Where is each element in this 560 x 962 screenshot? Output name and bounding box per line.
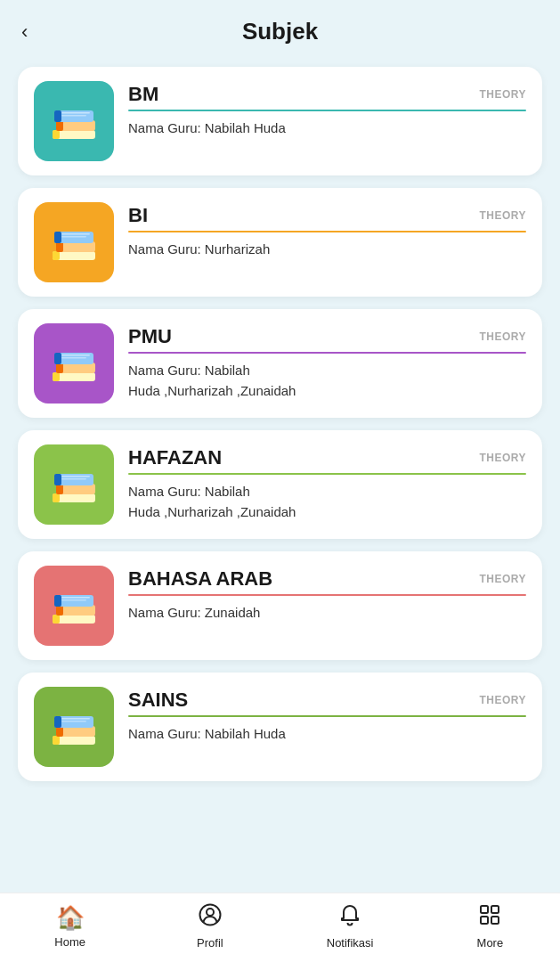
subject-name-row: BI THEORY xyxy=(128,204,526,227)
bottom-nav: 🏠 Home Profil Notifikasi xyxy=(0,893,560,962)
subject-name-bi: BI xyxy=(128,204,148,227)
subject-name-bahasa-arab: BAHASA ARAB xyxy=(128,567,272,591)
svg-rect-33 xyxy=(53,615,60,624)
svg-rect-38 xyxy=(61,597,90,599)
subject-divider-pmu xyxy=(128,352,526,354)
svg-rect-31 xyxy=(61,478,86,480)
subject-icon-sains xyxy=(34,687,114,767)
nav-profil[interactable]: Profil xyxy=(140,903,280,950)
subject-card-pmu[interactable]: PMU THEORY Nama Guru: NabilahHuda ,Nurha… xyxy=(18,309,542,418)
svg-rect-17 xyxy=(53,372,60,381)
svg-rect-9 xyxy=(53,251,60,260)
svg-rect-37 xyxy=(54,595,61,607)
teacher-name-sains: Nama Guru: Nabilah Huda xyxy=(128,724,526,745)
subject-card-hafazan[interactable]: HAFAZAN THEORY Nama Guru: NabilahHuda ,N… xyxy=(18,430,542,539)
svg-rect-23 xyxy=(61,357,86,359)
subject-icon-bi xyxy=(34,202,114,282)
svg-rect-21 xyxy=(54,353,61,364)
subject-divider-bi xyxy=(128,231,526,232)
theory-badge-bi: THEORY xyxy=(479,209,526,222)
subject-card-bm[interactable]: BM THEORY Nama Guru: Nabilah Huda xyxy=(18,67,542,175)
nav-more-label: More xyxy=(477,936,504,950)
svg-rect-25 xyxy=(53,493,60,502)
home-icon: 🏠 xyxy=(56,904,85,932)
subject-icon-pmu xyxy=(34,323,114,404)
theory-badge-bahasa-arab: THEORY xyxy=(479,573,526,585)
subject-icon-bahasa-arab xyxy=(34,566,114,646)
svg-rect-41 xyxy=(53,736,60,745)
subject-list: BM THEORY Nama Guru: Nabilah Huda BI xyxy=(0,60,560,893)
theory-badge-sains: THEORY xyxy=(479,694,526,706)
subject-icon-hafazan xyxy=(34,444,114,525)
svg-rect-53 xyxy=(491,917,499,924)
subject-info-sains: SAINS THEORY Nama Guru: Nabilah Huda xyxy=(128,687,526,745)
svg-rect-5 xyxy=(54,110,61,122)
teacher-name-bahasa-arab: Nama Guru: Zunaidah xyxy=(128,603,526,624)
notifikasi-icon xyxy=(338,903,361,933)
subject-name-row: PMU THEORY xyxy=(128,325,526,348)
page-title: Subjek xyxy=(242,18,318,45)
subject-name-row: HAFAZAN THEORY xyxy=(128,446,526,469)
nav-notifikasi[interactable]: Notifikasi xyxy=(280,903,420,950)
teacher-name-bi: Nama Guru: Nurharizah xyxy=(128,240,526,260)
teacher-name-bm: Nama Guru: Nabilah Huda xyxy=(128,118,526,139)
subject-divider-bm xyxy=(128,110,526,111)
svg-rect-29 xyxy=(54,474,61,485)
nav-profil-label: Profil xyxy=(197,936,223,950)
subject-card-bahasa-arab[interactable]: BAHASA ARAB THEORY Nama Guru: Zunaidah xyxy=(18,551,542,660)
header: ‹ Subjek xyxy=(0,0,560,60)
nav-notifikasi-label: Notifikasi xyxy=(327,936,374,950)
svg-rect-50 xyxy=(481,906,488,913)
svg-rect-47 xyxy=(61,721,86,722)
subject-info-bm: BM THEORY Nama Guru: Nabilah Huda xyxy=(128,81,526,139)
subject-icon-bm xyxy=(34,81,114,161)
svg-rect-14 xyxy=(61,233,90,235)
svg-rect-6 xyxy=(61,112,90,114)
subject-info-hafazan: HAFAZAN THEORY Nama Guru: NabilahHuda ,N… xyxy=(128,444,526,522)
svg-rect-13 xyxy=(54,232,61,243)
nav-home-label: Home xyxy=(54,935,85,949)
subject-name-sains: SAINS xyxy=(128,689,188,712)
back-button[interactable]: ‹ xyxy=(21,20,28,44)
subject-card-bi[interactable]: BI THEORY Nama Guru: Nurharizah xyxy=(18,188,542,297)
subject-name-hafazan: HAFAZAN xyxy=(128,446,222,469)
subject-divider-bahasa-arab xyxy=(128,594,526,596)
subject-card-sains[interactable]: SAINS THEORY Nama Guru: Nabilah Huda xyxy=(18,673,542,781)
theory-badge-hafazan: THEORY xyxy=(479,452,526,464)
svg-rect-46 xyxy=(61,718,90,720)
subject-name-bm: BM xyxy=(128,83,158,106)
nav-home[interactable]: 🏠 Home xyxy=(0,904,140,949)
theory-badge-pmu: THEORY xyxy=(479,330,526,343)
subject-divider-hafazan xyxy=(128,473,526,475)
subject-info-pmu: PMU THEORY Nama Guru: NabilahHuda ,Nurha… xyxy=(128,323,526,401)
svg-rect-15 xyxy=(61,236,86,238)
svg-rect-45 xyxy=(54,716,61,728)
more-icon xyxy=(478,903,501,933)
subject-name-row: BM THEORY xyxy=(128,83,526,106)
subject-name-pmu: PMU xyxy=(128,325,172,348)
svg-rect-39 xyxy=(61,599,86,601)
subject-info-bahasa-arab: BAHASA ARAB THEORY Nama Guru: Zunaidah xyxy=(128,566,526,624)
svg-rect-30 xyxy=(61,476,90,477)
nav-more[interactable]: More xyxy=(420,903,560,950)
subject-divider-sains xyxy=(128,715,526,717)
subject-name-row: BAHASA ARAB THEORY xyxy=(128,567,526,591)
svg-rect-1 xyxy=(53,130,60,139)
svg-rect-7 xyxy=(61,115,86,117)
profil-icon xyxy=(199,903,222,933)
svg-point-49 xyxy=(207,909,214,916)
svg-rect-51 xyxy=(491,906,499,913)
teacher-name-pmu: Nama Guru: NabilahHuda ,Nurharizah ,Zuna… xyxy=(128,361,526,401)
teacher-name-hafazan: Nama Guru: NabilahHuda ,Nurharizah ,Zuna… xyxy=(128,482,526,522)
subject-name-row: SAINS THEORY xyxy=(128,689,526,712)
svg-rect-22 xyxy=(61,355,90,356)
svg-rect-52 xyxy=(481,917,488,924)
subject-info-bi: BI THEORY Nama Guru: Nurharizah xyxy=(128,202,526,260)
theory-badge-bm: THEORY xyxy=(479,88,526,101)
